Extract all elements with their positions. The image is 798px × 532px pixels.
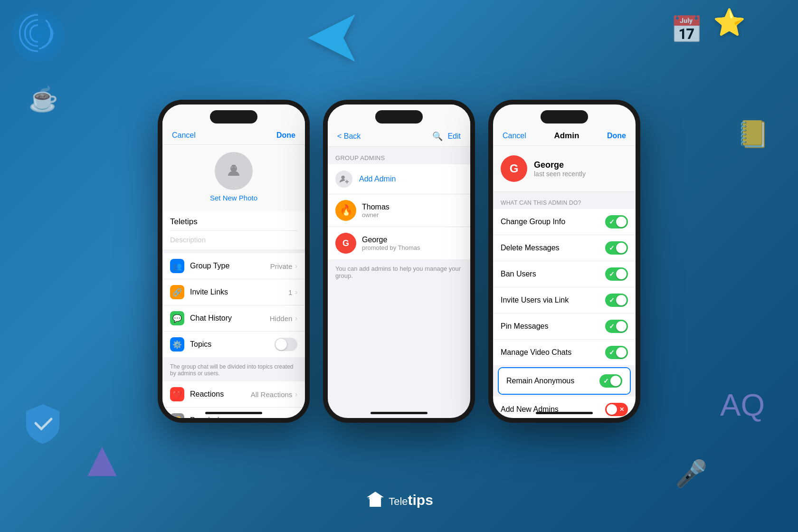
phone2-edit[interactable]: Edit — [447, 132, 461, 141]
perm-manage-video-toggle[interactable] — [605, 346, 628, 359]
george-role: promoted by Thomas — [362, 244, 420, 251]
logo-tips: tips — [408, 492, 433, 508]
group-type-value: Private — [270, 262, 293, 270]
permissions-label: Permissions — [190, 416, 275, 418]
chat-history-value: Hidden — [270, 314, 293, 323]
home-indicator-3 — [536, 412, 593, 414]
invite-links-row[interactable]: 🔗 Invite Links 1 › — [162, 279, 305, 305]
add-admin-label[interactable]: Add Admin — [359, 175, 396, 183]
invite-links-label: Invite Links — [190, 288, 288, 296]
phone3-done[interactable]: Done — [607, 132, 626, 140]
invite-links-icon: 🔗 — [170, 285, 184, 299]
topics-toggle[interactable] — [275, 338, 297, 351]
group-name[interactable]: Teletips — [170, 217, 297, 230]
perm-add-new-admins-toggle[interactable] — [605, 403, 628, 416]
george-avatar: G — [335, 233, 356, 254]
perm-manage-video[interactable]: Manage Video Chats — [493, 340, 636, 365]
admin-george-row[interactable]: G George promoted by Thomas — [328, 227, 470, 259]
deco-fingerprint — [12, 10, 64, 62]
set-new-photo-label[interactable]: Set New Photo — [210, 194, 257, 202]
chat-history-chevron: › — [295, 314, 297, 322]
perm-remain-anonymous[interactable]: Remain Anonymous — [499, 368, 630, 394]
deco-mug: ☕ — [28, 86, 58, 113]
perm-change-group-info[interactable]: Change Group Info — [493, 209, 636, 235]
invite-links-chevron: › — [295, 288, 297, 296]
dynamic-island-3 — [541, 110, 588, 124]
what-can-section: WHAT CAN THIS ADMIN DO? — [493, 192, 636, 209]
invite-links-value: 1 — [288, 288, 292, 296]
george-name: George — [362, 236, 420, 244]
svg-point-5 — [342, 176, 345, 179]
group-type-row[interactable]: 👥 Group Type Private › — [162, 253, 305, 279]
permissions-value: 13/13 — [275, 417, 293, 418]
photo-circle[interactable] — [215, 152, 253, 190]
reactions-row[interactable]: ❤️ Reactions All Reactions › — [162, 381, 305, 408]
perm-add-new-admins[interactable]: Add New Admins — [493, 397, 636, 418]
george-info: George promoted by Thomas — [362, 236, 420, 251]
logo-text: Tele tips — [389, 492, 433, 508]
reactions-label: Reactions — [190, 390, 251, 399]
topics-hint: The group chat will be divided into topi… — [162, 361, 305, 381]
topics-label: Topics — [190, 340, 275, 349]
deco-star: ⭐ — [713, 7, 746, 38]
chat-history-row[interactable]: 💬 Chat History Hidden › — [162, 305, 305, 332]
deco-triangle — [86, 445, 119, 484]
reactions-icon: ❤️ — [170, 387, 184, 401]
admin-thomas-row[interactable]: 🔥 Thomas owner — [328, 194, 470, 227]
reactions-value: All Reactions — [251, 390, 293, 399]
logo-icon — [365, 490, 386, 511]
home-indicator-2 — [370, 412, 428, 414]
settings-group-1: 👥 Group Type Private › 🔗 Invite Links 1 … — [162, 253, 305, 357]
add-new-admins-section: Add New Admins — [493, 397, 636, 418]
chat-history-label: Chat History — [190, 314, 270, 323]
perm-delete-messages-label: Delete Messages — [501, 244, 560, 252]
topics-icon: ⚙️ — [170, 337, 184, 352]
phone-3: Cancel Admin Done G George last seen rec… — [488, 100, 640, 423]
chat-history-icon: 💬 — [170, 311, 184, 325]
add-admin-row[interactable]: Add Admin — [328, 164, 470, 194]
permissions-chevron: › — [295, 417, 297, 418]
topics-row[interactable]: ⚙️ Topics — [162, 332, 305, 357]
perm-delete-messages-toggle[interactable] — [605, 241, 628, 255]
add-admin-icon — [335, 171, 352, 188]
deco-faq: AQ — [720, 387, 765, 423]
perm-pin-messages-toggle[interactable] — [605, 320, 628, 333]
admin-profile-section: G George last seen recently — [493, 146, 636, 192]
perm-pin-messages[interactable]: Pin Messages — [493, 314, 636, 340]
svg-marker-1 — [87, 447, 116, 476]
perm-remain-anonymous-toggle[interactable] — [599, 374, 622, 388]
dynamic-island-2 — [375, 110, 423, 124]
perm-ban-users[interactable]: Ban Users — [493, 261, 636, 287]
perm-invite-users[interactable]: Invite Users via Link — [493, 287, 636, 314]
phone3-cancel[interactable]: Cancel — [503, 132, 526, 140]
admin-profile-name: George — [534, 160, 586, 170]
group-desc-placeholder[interactable]: Description — [170, 230, 297, 244]
deco-notebook: 📒 — [737, 119, 770, 150]
thomas-role: owner — [362, 211, 390, 218]
thomas-info: Thomas owner — [362, 203, 390, 218]
phone-2: < Back 🔍 Edit GROUP ADMINS — [323, 100, 475, 423]
dynamic-island-1 — [210, 110, 257, 124]
perm-ban-users-toggle[interactable] — [605, 267, 628, 281]
phone1-cancel[interactable]: Cancel — [172, 131, 196, 140]
phone1-done[interactable]: Done — [276, 131, 295, 140]
deco-mic: 🎤 — [675, 458, 708, 489]
permissions-list: Change Group Info Delete Messages Ban Us… — [493, 209, 636, 365]
deco-telegram-arrow — [303, 10, 360, 68]
deco-calendar: 📅 — [670, 14, 703, 45]
phone2-back[interactable]: < Back — [337, 132, 361, 141]
phone3-title: Admin — [554, 131, 579, 141]
admin-profile-info: George last seen recently — [534, 160, 586, 178]
home-indicator-1 — [205, 412, 262, 414]
perm-delete-messages[interactable]: Delete Messages — [493, 235, 636, 261]
logo-container: Tele tips — [365, 490, 433, 511]
reactions-chevron: › — [295, 390, 297, 398]
phone2-search-icon[interactable]: 🔍 — [432, 131, 443, 142]
perm-change-group-info-toggle[interactable] — [605, 215, 628, 228]
perm-ban-users-label: Ban Users — [501, 270, 536, 278]
group-type-icon: 👥 — [170, 259, 184, 273]
admin-profile-status: last seen recently — [534, 170, 586, 178]
deco-shield — [24, 402, 62, 446]
perm-invite-users-toggle[interactable] — [605, 294, 628, 307]
phone-1: Cancel Done Set New Photo Telet — [158, 100, 310, 423]
